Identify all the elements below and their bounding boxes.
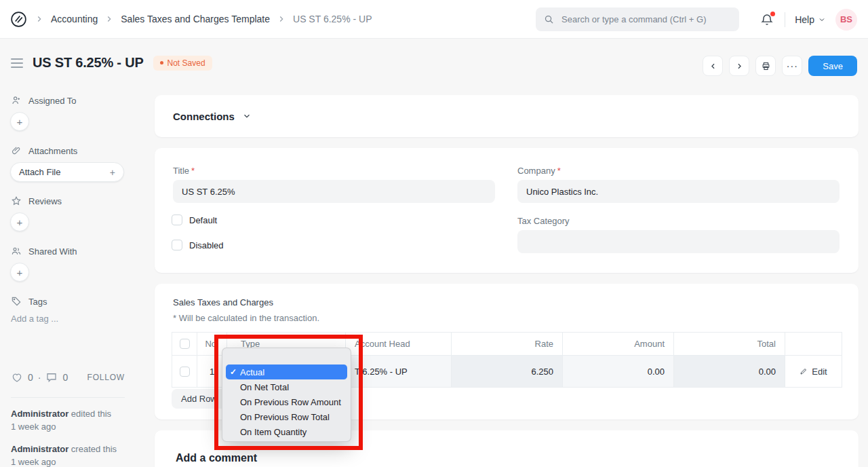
disabled-checkbox-row[interactable]: Disabled (172, 240, 224, 250)
avatar[interactable]: BS (835, 9, 857, 31)
search-input[interactable] (560, 14, 731, 25)
heart-icon[interactable] (11, 371, 23, 384)
col-header-rate: Rate (451, 333, 562, 355)
star-icon (11, 195, 22, 206)
add-share-button[interactable]: + (10, 263, 29, 282)
page-title: US ST 6.25% - UP (33, 55, 144, 71)
breadcrumb: Accounting Sales Taxes and Charges Templ… (9, 0, 372, 38)
notification-dot (770, 12, 775, 16)
users-icon (11, 246, 22, 257)
menu-button[interactable]: ··· (782, 56, 802, 76)
add-assignment-button[interactable]: + (10, 112, 29, 131)
page-actions: ··· Save (703, 56, 857, 76)
page-header: US ST 6.25% - UP Not Saved (11, 55, 212, 71)
chevron-right-icon (104, 14, 114, 24)
disabled-label: Disabled (189, 240, 224, 250)
status-dot (160, 61, 163, 64)
help-label: Help (795, 14, 814, 25)
tax-category-field[interactable] (517, 230, 840, 253)
print-button[interactable] (755, 56, 776, 76)
separator-dot: · (38, 372, 41, 383)
printer-icon (761, 61, 771, 71)
global-search[interactable] (536, 7, 739, 31)
col-header-total: Total (673, 333, 785, 355)
prev-record-button[interactable] (703, 56, 723, 76)
default-checkbox-row[interactable]: Default (172, 214, 217, 225)
connections-section[interactable]: Connections (155, 95, 859, 137)
row-account-head-cell[interactable]: T 6.25% - UP (345, 356, 451, 387)
notifications-bell-icon[interactable] (759, 12, 775, 28)
paperclip-icon (11, 145, 22, 156)
activity-edited: Administrator edited this 1 week ago (11, 407, 136, 433)
taxes-table-label: Sales Taxes and Charges (173, 297, 273, 307)
sidebar-reviews: Reviews (11, 195, 62, 206)
add-row-button[interactable]: Add Row (172, 389, 226, 409)
select-all-cell (172, 333, 197, 355)
app-logo-icon[interactable] (9, 10, 28, 29)
tag-icon (11, 296, 22, 307)
chevron-down-icon (818, 16, 826, 24)
company-field[interactable] (517, 180, 840, 203)
next-record-button[interactable] (729, 56, 749, 76)
taxes-table-note: * Will be calculated in the transaction. (173, 313, 319, 323)
divider (785, 12, 785, 27)
required-marker: * (191, 166, 195, 176)
breadcrumb-accounting[interactable]: Accounting (51, 14, 98, 24)
app-window: Accounting Sales Taxes and Charges Templ… (0, 0, 868, 467)
divider (11, 397, 125, 398)
add-review-button[interactable]: + (10, 212, 29, 231)
dropdown-option-on-previous-row-total[interactable]: On Previous Row Total (226, 409, 347, 424)
row-checkbox[interactable] (180, 367, 190, 377)
row-rate-cell[interactable]: 6.250 (451, 356, 562, 387)
comment-count: 0 (62, 372, 68, 383)
select-all-checkbox[interactable] (180, 339, 190, 349)
default-label: Default (189, 215, 217, 225)
chevron-right-icon (277, 14, 286, 24)
document-follow-row: 0 · 0 FOLLOW (11, 371, 125, 384)
tax-category-field-label: Tax Category (517, 216, 570, 226)
company-field-label: Company* (517, 166, 561, 176)
comment-section-title: Add a comment (176, 452, 257, 464)
col-header-actions (785, 333, 842, 355)
dropdown-option-on-net-total[interactable]: On Net Total (226, 379, 347, 394)
chevron-down-icon (242, 111, 252, 121)
follow-button[interactable]: FOLLOW (87, 373, 125, 382)
dropdown-option-on-item-quantity[interactable]: On Item Quantity (226, 424, 347, 439)
row-edit-button[interactable]: Edit (785, 356, 842, 387)
disabled-checkbox[interactable] (172, 240, 182, 250)
sidebar-attachments: Attachments (11, 145, 77, 156)
dropdown-option-actual[interactable]: ✓ Actual (226, 365, 347, 379)
pencil-icon (800, 367, 808, 375)
user-plus-icon (11, 95, 22, 106)
sidebar-toggle-icon[interactable] (11, 56, 23, 70)
title-field-label: Title* (173, 166, 195, 176)
connections-title: Connections (173, 111, 235, 122)
dropdown-option-on-previous-row-amount[interactable]: On Previous Row Amount (226, 394, 347, 409)
col-header-amount: Amount (562, 333, 673, 355)
check-icon: ✓ (230, 367, 237, 377)
breadcrumb-doctype[interactable]: Sales Taxes and Charges Template (121, 14, 270, 24)
row-total-cell[interactable]: 0.00 (673, 356, 785, 387)
type-dropdown-menu: ✓ Actual On Net Total On Previous Row Am… (222, 348, 351, 442)
sidebar-tags: Tags (11, 296, 47, 307)
help-menu[interactable]: Help (795, 14, 826, 25)
status-text: Not Saved (167, 58, 205, 68)
add-tag-field[interactable]: Add a tag ... (11, 314, 58, 324)
default-checkbox[interactable] (172, 214, 182, 225)
navbar-right: Help BS (759, 0, 857, 39)
row-select-cell (172, 356, 197, 387)
ellipsis-icon: ··· (787, 61, 798, 71)
navbar: Accounting Sales Taxes and Charges Templ… (0, 0, 868, 39)
search-icon (544, 14, 554, 24)
comment-icon[interactable] (45, 371, 58, 384)
row-amount-cell[interactable]: 0.00 (562, 356, 673, 387)
plus-icon: + (110, 167, 115, 178)
breadcrumb-current: US ST 6.25% - UP (293, 14, 372, 24)
status-badge: Not Saved (153, 56, 212, 71)
required-marker: * (557, 166, 561, 176)
sidebar-assigned-to: Assigned To (11, 95, 77, 106)
title-field[interactable] (173, 180, 495, 203)
activity-created: Administrator created this 1 week ago (11, 443, 136, 467)
save-button[interactable]: Save (808, 56, 857, 76)
attach-file-button[interactable]: Attach File + (10, 162, 124, 182)
